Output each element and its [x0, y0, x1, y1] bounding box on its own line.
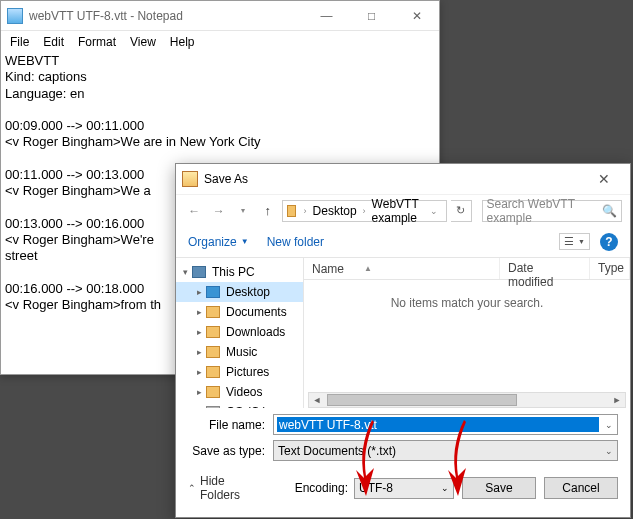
file-list[interactable]: Name▲ Date modified Type No items match …: [304, 258, 630, 408]
savetype-label: Save as type:: [188, 444, 273, 458]
menu-file[interactable]: File: [3, 33, 36, 51]
menu-edit[interactable]: Edit: [36, 33, 71, 51]
tree-item-videos[interactable]: ▸Videos: [176, 382, 303, 402]
menu-format[interactable]: Format: [71, 33, 123, 51]
column-headers[interactable]: Name▲ Date modified Type: [304, 258, 630, 280]
chevron-down-icon: ⌄: [441, 483, 449, 493]
expand-icon[interactable]: ▸: [194, 327, 204, 337]
help-button[interactable]: ?: [600, 233, 618, 251]
chevron-right-icon[interactable]: ›: [300, 206, 311, 216]
menu-view[interactable]: View: [123, 33, 163, 51]
nav-bar: ← → ▾ ↑ › Desktop › WebVTT example ⌄ ↻ S…: [176, 194, 630, 226]
organize-menu[interactable]: Organize▼: [188, 235, 249, 249]
expand-icon[interactable]: ▸: [194, 347, 204, 357]
encoding-select[interactable]: UTF-8⌄: [354, 478, 454, 499]
crumb-desktop[interactable]: Desktop: [313, 204, 357, 218]
tree-item-this-pc[interactable]: ▾This PC: [176, 262, 303, 282]
nav-forward-button[interactable]: →: [209, 200, 230, 222]
tree-label: Videos: [226, 385, 262, 399]
search-placeholder: Search WebVTT example: [487, 197, 602, 225]
encoding-label: Encoding:: [295, 481, 348, 495]
pc-icon: [192, 266, 206, 278]
maximize-button[interactable]: □: [349, 2, 394, 30]
tree-label: Pictures: [226, 365, 269, 379]
menu-help[interactable]: Help: [163, 33, 202, 51]
drv-icon: [206, 406, 220, 408]
save-as-dialog: Save As ✕ ← → ▾ ↑ › Desktop › WebVTT exa…: [175, 163, 631, 518]
notepad-icon: [7, 8, 23, 24]
fld-icon: [206, 346, 220, 358]
empty-message: No items match your search.: [304, 280, 630, 310]
desk-icon: [206, 286, 220, 298]
chevron-right-icon[interactable]: ›: [359, 206, 370, 216]
close-button[interactable]: ✕: [394, 2, 439, 30]
toolbar: Organize▼ New folder ☰▼ ?: [176, 226, 630, 258]
expand-icon[interactable]: ▸: [194, 407, 204, 408]
tree-item-downloads[interactable]: ▸Downloads: [176, 322, 303, 342]
tree-item-pictures[interactable]: ▸Pictures: [176, 362, 303, 382]
notepad-titlebar[interactable]: webVTT UTF-8.vtt - Notepad — □ ✕: [1, 1, 439, 31]
filename-label: File name:: [188, 418, 273, 432]
chevron-down-icon: ⌄: [605, 446, 613, 456]
saveas-title: Save As: [204, 172, 584, 186]
nav-back-button[interactable]: ←: [184, 200, 205, 222]
col-name[interactable]: Name: [312, 262, 344, 276]
notepad-title: webVTT UTF-8.vtt - Notepad: [29, 9, 304, 23]
chevron-down-icon[interactable]: ⌄: [605, 420, 613, 430]
fld-icon: [206, 326, 220, 338]
expand-icon[interactable]: ▸: [194, 307, 204, 317]
minimize-button[interactable]: —: [304, 2, 349, 30]
savetype-select[interactable]: Text Documents (*.txt)⌄: [273, 440, 618, 461]
tree-item-os-c-[interactable]: ▸OS (C:): [176, 402, 303, 408]
expand-icon[interactable]: ▸: [194, 387, 204, 397]
search-icon: 🔍: [602, 204, 617, 218]
tree-item-documents[interactable]: ▸Documents: [176, 302, 303, 322]
fld-icon: [206, 366, 220, 378]
new-folder-button[interactable]: New folder: [267, 235, 324, 249]
expand-icon[interactable]: ▾: [180, 267, 190, 277]
tree-label: OS (C:): [226, 405, 267, 408]
col-type[interactable]: Type: [590, 258, 630, 279]
save-button[interactable]: Save: [462, 477, 536, 499]
search-input[interactable]: Search WebVTT example 🔍: [482, 200, 622, 222]
chevron-up-icon: ⌃: [188, 483, 196, 493]
breadcrumb[interactable]: › Desktop › WebVTT example ⌄: [282, 200, 447, 222]
nav-recent-button[interactable]: ▾: [233, 200, 254, 222]
tree-label: Music: [226, 345, 257, 359]
nav-up-button[interactable]: ↑: [258, 200, 279, 222]
scroll-right-icon[interactable]: ►: [609, 395, 625, 405]
crumb-folder[interactable]: WebVTT example: [372, 197, 424, 225]
filename-input[interactable]: webVTT UTF-8.vtt ⌄: [273, 414, 618, 435]
chevron-down-icon[interactable]: ⌄: [426, 206, 442, 216]
scroll-left-icon[interactable]: ◄: [309, 395, 325, 405]
notepad-menubar: File Edit Format View Help: [1, 31, 439, 51]
tree-label: Documents: [226, 305, 287, 319]
tree-item-desktop[interactable]: ▸Desktop: [176, 282, 303, 302]
refresh-button[interactable]: ↻: [451, 200, 472, 222]
view-options-button[interactable]: ☰▼: [559, 233, 590, 250]
tree-label: This PC: [212, 265, 255, 279]
cancel-button[interactable]: Cancel: [544, 477, 618, 499]
expand-icon[interactable]: ▸: [194, 287, 204, 297]
expand-icon[interactable]: ▸: [194, 367, 204, 377]
folder-icon: [182, 171, 198, 187]
hide-folders-toggle[interactable]: ⌃ Hide Folders: [188, 474, 267, 502]
folder-tree[interactable]: ▾This PC▸Desktop▸Documents▸Downloads▸Mus…: [176, 258, 304, 408]
folder-icon: [287, 205, 296, 217]
fld-icon: [206, 386, 220, 398]
tree-label: Desktop: [226, 285, 270, 299]
col-date[interactable]: Date modified: [500, 258, 590, 279]
fld-icon: [206, 306, 220, 318]
scroll-thumb[interactable]: [327, 394, 517, 406]
saveas-titlebar[interactable]: Save As ✕: [176, 164, 630, 194]
tree-item-music[interactable]: ▸Music: [176, 342, 303, 362]
tree-label: Downloads: [226, 325, 285, 339]
close-button[interactable]: ✕: [584, 166, 624, 192]
horizontal-scrollbar[interactable]: ◄ ►: [308, 392, 626, 408]
